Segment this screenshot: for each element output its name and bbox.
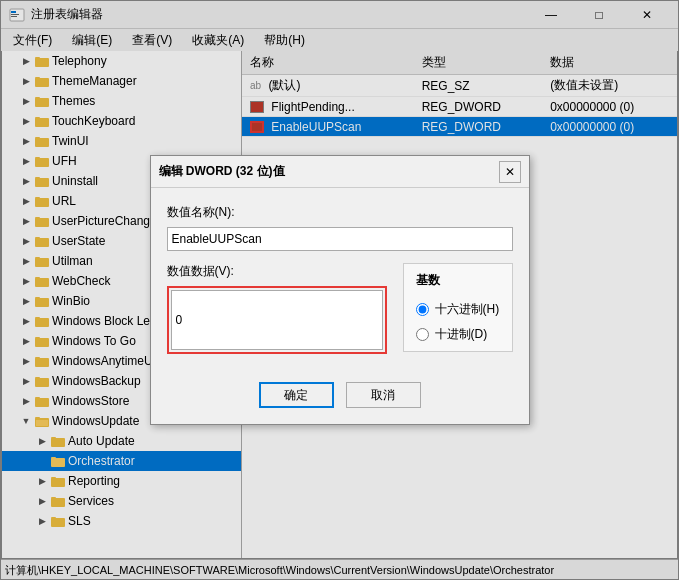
radix-title: 基数 (416, 272, 500, 289)
name-label: 数值名称(N): (167, 204, 513, 221)
dialog-buttons: 确定 取消 (151, 370, 529, 424)
dialog-title: 编辑 DWORD (32 位)值 (159, 163, 285, 180)
dialog-overlay: 编辑 DWORD (32 位)值 ✕ 数值名称(N): 数值数据(V): 基数 (0, 0, 679, 580)
radio-hex[interactable]: 十六进制(H) (416, 301, 500, 318)
dialog-close-button[interactable]: ✕ (499, 161, 521, 183)
value-group: 数值数据(V): (167, 263, 387, 354)
value-input-box (167, 286, 387, 354)
radio-hex-input[interactable] (416, 303, 429, 316)
radix-group: 基数 十六进制(H) 十进制(D) (403, 263, 513, 352)
radio-decimal[interactable]: 十进制(D) (416, 326, 500, 343)
value-input[interactable] (171, 290, 383, 350)
radio-decimal-label: 十进制(D) (435, 326, 488, 343)
value-label: 数值数据(V): (167, 263, 387, 280)
radio-decimal-input[interactable] (416, 328, 429, 341)
ok-button[interactable]: 确定 (259, 382, 334, 408)
window-frame: 注册表编辑器 — □ ✕ 文件(F) 编辑(E) 查看(V) 收藏夹(A) 帮助… (0, 0, 679, 580)
cancel-button[interactable]: 取消 (346, 382, 421, 408)
radio-hex-label: 十六进制(H) (435, 301, 500, 318)
dialog-title-bar: 编辑 DWORD (32 位)值 ✕ (151, 156, 529, 188)
name-input[interactable] (167, 227, 513, 251)
dialog-row: 数值数据(V): 基数 十六进制(H) 十进制(D) (167, 263, 513, 354)
edit-dword-dialog: 编辑 DWORD (32 位)值 ✕ 数值名称(N): 数值数据(V): 基数 (150, 155, 530, 425)
dialog-body: 数值名称(N): 数值数据(V): 基数 十六进制(H) (151, 188, 529, 370)
